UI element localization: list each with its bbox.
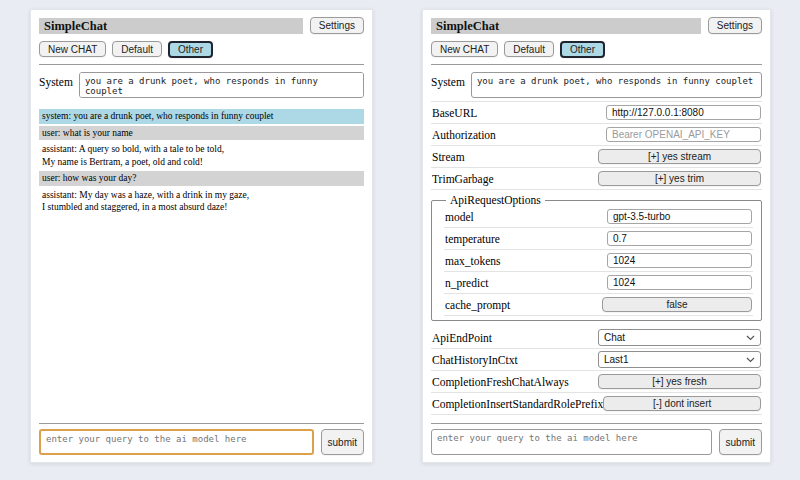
session-tab-other[interactable]: Other (560, 41, 605, 58)
settings-button[interactable]: Settings (310, 17, 364, 34)
api-endpoint-select[interactable]: Chat (598, 329, 761, 346)
completion-insert-prefix-label: CompletionInsertStandardRolePrefix (432, 398, 603, 410)
chat-message-user: user: what is your name (39, 126, 364, 141)
model-label: model (445, 211, 474, 223)
api-endpoint-value: Chat (604, 332, 625, 343)
divider (431, 64, 762, 65)
session-tab-default[interactable]: Default (112, 41, 162, 57)
temperature-input[interactable] (607, 231, 752, 246)
system-prompt-row: System you are a drunk poet, who respond… (431, 72, 762, 98)
stream-label: Stream (432, 151, 465, 163)
setting-row-completion-fresh: CompletionFreshChatAlways [+] yes fresh (431, 371, 762, 393)
setting-row-baseurl: BaseURL (431, 102, 762, 124)
app-title: SimpleChat (39, 18, 303, 34)
header: SimpleChat Settings (431, 17, 762, 34)
new-chat-button[interactable]: New CHAT (431, 41, 498, 57)
setting-row-completion-insert-prefix: CompletionInsertStandardRolePrefix [-] d… (431, 393, 762, 415)
max-tokens-label: max_tokens (445, 255, 501, 267)
query-footer: submit (431, 417, 762, 455)
system-prompt-input[interactable]: you are a drunk poet, who responds in fu… (471, 72, 762, 98)
chevron-down-icon (746, 357, 755, 363)
stream-toggle-button[interactable]: [+] yes stream (598, 149, 761, 164)
chat-message-list: system: you are a drunk poet, who respon… (39, 109, 364, 217)
settings-panel: SimpleChat Settings New CHAT Default Oth… (422, 9, 771, 463)
setting-row-max-tokens: max_tokens (444, 250, 753, 272)
settings-list: BaseURL Authorization Stream [+] yes str… (431, 101, 762, 415)
api-request-options-fieldset: ApiRequestOptions model temperature max_… (431, 194, 762, 321)
session-tab-default[interactable]: Default (504, 41, 554, 57)
chat-history-label: ChatHistoryInCtxt (432, 354, 518, 366)
setting-row-api-endpoint: ApiEndPoint Chat (431, 327, 762, 349)
chat-message-user: user: how was your day? (39, 171, 364, 186)
n-predict-label: n_predict (445, 277, 488, 289)
setting-row-chat-history: ChatHistoryInCtxt Last1 (431, 349, 762, 371)
query-input[interactable] (431, 429, 712, 455)
chat-history-select[interactable]: Last1 (598, 351, 761, 368)
session-toolbar: New CHAT Default Other (39, 41, 364, 58)
temperature-label: temperature (445, 233, 500, 245)
setting-row-stream: Stream [+] yes stream (431, 146, 762, 168)
chat-message-assistant: assistant: My day was a haze, with a dri… (39, 188, 364, 215)
chevron-down-icon (746, 335, 755, 341)
setting-row-trimgarbage: TrimGarbage [+] yes trim (431, 168, 762, 190)
model-input[interactable] (607, 209, 752, 224)
baseurl-label: BaseURL (432, 107, 477, 119)
completion-fresh-label: CompletionFreshChatAlways (432, 376, 569, 388)
cache-prompt-toggle-button[interactable]: false (602, 297, 752, 312)
chat-history-value: Last1 (604, 354, 628, 365)
session-toolbar: New CHAT Default Other (431, 41, 762, 58)
max-tokens-input[interactable] (607, 253, 752, 268)
setting-row-authorization: Authorization (431, 124, 762, 146)
completion-fresh-toggle-button[interactable]: [+] yes fresh (598, 374, 761, 389)
system-label: System (431, 72, 465, 88)
trimgarbage-label: TrimGarbage (432, 173, 494, 185)
api-request-options-legend: ApiRequestOptions (446, 194, 545, 206)
setting-row-n-predict: n_predict (444, 272, 753, 294)
divider (431, 423, 762, 424)
app-title: SimpleChat (431, 18, 701, 34)
chat-panel: SimpleChat Settings New CHAT Default Oth… (30, 9, 373, 463)
chat-message-system: system: you are a drunk poet, who respon… (39, 109, 364, 124)
trimgarbage-toggle-button[interactable]: [+] yes trim (598, 171, 761, 186)
query-footer: submit (39, 417, 364, 455)
api-endpoint-label: ApiEndPoint (432, 332, 492, 344)
divider (39, 64, 364, 65)
header: SimpleChat Settings (39, 17, 364, 34)
query-input[interactable] (39, 429, 314, 455)
cache-prompt-label: cache_prompt (445, 299, 510, 311)
session-tab-other[interactable]: Other (168, 41, 213, 58)
system-label: System (39, 72, 73, 88)
setting-row-temperature: temperature (444, 228, 753, 250)
completion-insert-prefix-toggle-button[interactable]: [-] dont insert (603, 396, 761, 411)
baseurl-input[interactable] (606, 105, 761, 120)
system-prompt-input[interactable]: you are a drunk poet, who responds in fu… (79, 72, 364, 98)
n-predict-input[interactable] (607, 275, 752, 290)
authorization-label: Authorization (432, 129, 496, 141)
divider (39, 423, 364, 424)
new-chat-button[interactable]: New CHAT (39, 41, 106, 57)
settings-button[interactable]: Settings (708, 17, 762, 34)
chat-message-assistant: assistant: A query so bold, with a tale … (39, 142, 364, 169)
setting-row-model: model (444, 206, 753, 228)
system-prompt-row: System you are a drunk poet, who respond… (39, 72, 364, 98)
setting-row-cache-prompt: cache_prompt false (444, 294, 753, 316)
submit-button[interactable]: submit (321, 429, 364, 455)
authorization-input[interactable] (606, 127, 761, 142)
submit-button[interactable]: submit (719, 429, 762, 455)
